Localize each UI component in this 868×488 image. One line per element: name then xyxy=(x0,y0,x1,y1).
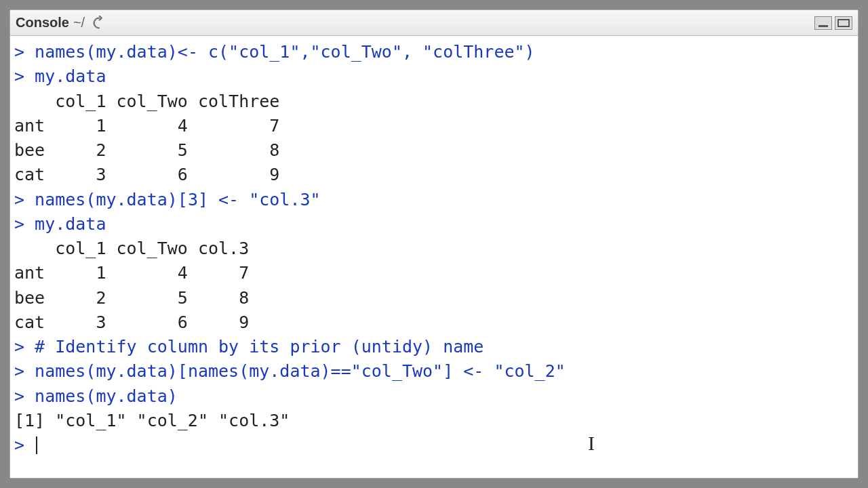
console-output-line: ant 1 4 7 xyxy=(14,114,854,138)
console-command-line: > # Identify column by its prior (untidy… xyxy=(14,335,854,359)
console-output-line: bee 2 5 8 xyxy=(14,138,854,163)
pane-title: Console xyxy=(16,15,69,30)
minimize-button[interactable] xyxy=(814,16,832,30)
popout-icon[interactable] xyxy=(90,14,108,32)
console-pane: Console ~/ > names(my.data)<- c("col_1",… xyxy=(9,9,859,479)
working-dir: ~/ xyxy=(73,15,85,30)
console-output-line: cat 3 6 9 xyxy=(14,163,854,187)
console-command-line: > my.data xyxy=(14,64,854,89)
console-active-prompt[interactable]: > xyxy=(14,433,854,458)
console-output-line: col_1 col_Two col.3 xyxy=(14,237,854,261)
console-output-line: [1] "col_1" "col_2" "col.3" xyxy=(14,409,854,433)
console-output-line: col_1 col_Two colThree xyxy=(14,89,854,114)
console-output-line: cat 3 6 9 xyxy=(14,310,854,335)
console-command-line: > names(my.data)[names(my.data)=="col_Tw… xyxy=(14,359,854,384)
console-output[interactable]: > names(my.data)<- c("col_1","col_Two", … xyxy=(10,36,858,478)
console-command-line: > names(my.data)<- c("col_1","col_Two", … xyxy=(14,40,854,64)
console-output-line: bee 2 5 8 xyxy=(14,286,854,310)
titlebar: Console ~/ xyxy=(10,10,858,36)
console-command-line: > names(my.data) xyxy=(14,384,854,409)
input-cursor xyxy=(36,436,37,454)
maximize-button[interactable] xyxy=(835,16,852,30)
console-command-line: > names(my.data)[3] <- "col.3" xyxy=(14,188,854,212)
console-output-line: ant 1 4 7 xyxy=(14,261,854,285)
console-command-line: > my.data xyxy=(14,212,854,237)
